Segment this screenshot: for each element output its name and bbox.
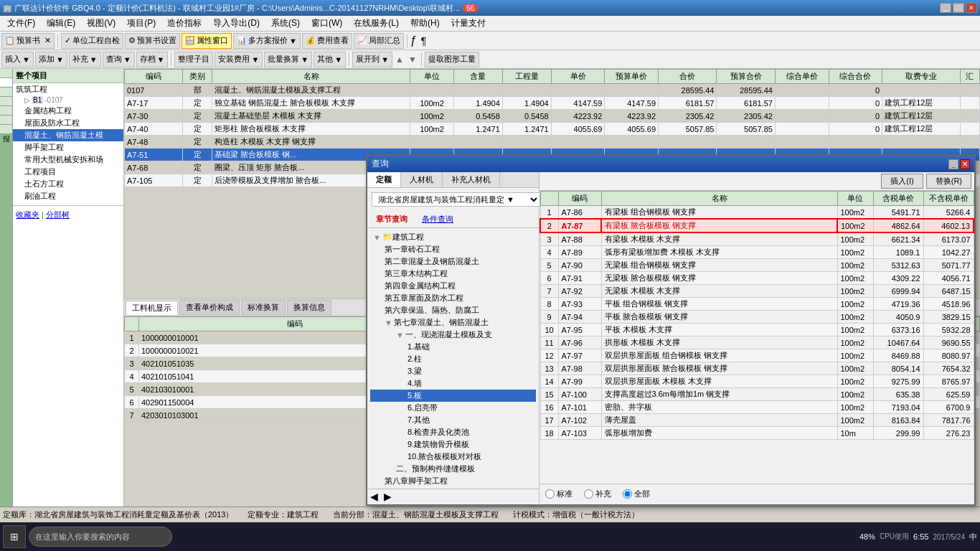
btn-subpart-tree[interactable]: 分部树 [46,210,70,219]
btn-query[interactable]: 查询 ▼ [103,52,135,67]
vtab-report[interactable]: 报表 [0,125,12,134]
cell-name: 圈梁、压顶 矩形 脓合板... [212,161,410,174]
menu-help[interactable]: 帮助(H) [405,16,446,31]
cell-type: 定 [183,110,212,123]
taskbar: ⊞ 在这里输入你要搜索的内容 48% CPU使用 6:55 2017/5/24 … [0,522,980,551]
btn-local-summary[interactable]: 📈 局部汇总 [354,33,404,49]
cell-unit [410,174,453,187]
bcell-type: 材 [451,357,542,370]
tab-unit-price[interactable]: 查看单价构成 [179,300,240,315]
menu-edit[interactable]: 编辑(E) [41,16,81,31]
btn-other[interactable]: 其他 ▼ [314,52,346,67]
project-tree-header: 整个项目 [13,69,123,83]
btn-add[interactable]: 添加 ▼ [35,52,67,67]
main-table-row[interactable]: A7-51 定 基础梁 脓合板模板 钢... [125,149,980,161]
close-budget-icon[interactable]: ✕ [44,36,51,45]
bcell-code: 402901150004 [139,396,452,409]
btn-save[interactable]: 存档 ▼ [136,52,169,67]
tree-item-construction[interactable]: 筑筑工程 [13,83,123,95]
vtab-labor-material[interactable]: 人材机合计 [0,106,12,116]
main-table-row[interactable]: A7-30 定 混凝土基础垫层 木模板 木支撑 100m2 0.5458 0.5… [125,110,980,123]
bottom-table-row[interactable]: 3 402101051035 材 镀锌铁丝12# [125,357,980,370]
bottom-table-row[interactable]: 2 1000000010021 人 技工 [125,344,980,357]
cell-workload: 0.5458 [502,110,551,123]
cell-comp-total [829,174,882,187]
main-table-row[interactable]: A7-105 定 后浇带模板及支撑增加 脓合板... [125,174,980,187]
tree-item-concrete[interactable]: ▷ B1 -0107 [13,95,123,105]
tree-item-project-item[interactable]: 工程项目 [13,166,123,178]
vtab-budget[interactable]: 预算书 [0,78,12,88]
menu-file[interactable]: 文件(F) [1,16,41,31]
bcell-name: 铁钉 [542,383,793,396]
search-bar[interactable]: 在这里输入你要搜索的内容 [29,527,172,547]
cell-price [551,161,605,174]
col-header-code: 编码 [125,70,183,84]
bottom-table-row[interactable]: 1 1000000010001 人 普工 [125,331,980,344]
btn-supplement[interactable]: 补充 ▼ [69,52,101,67]
taskbar-start[interactable]: ⊞ [3,525,26,548]
cell-total [659,174,717,187]
col-header-unit: 单位 [410,70,453,84]
minimize-button[interactable]: _ [940,3,951,13]
btn-multiplan[interactable]: 📊 多方案报价 ▼ [233,33,301,49]
btn-expand[interactable]: 展开到 ▼ [352,52,392,67]
tree-item-formwork[interactable]: 混凝土、钢筋混凝土模 [13,129,123,141]
btn-batch-convert[interactable]: 批量换算 ▼ [264,52,312,67]
maximize-button[interactable]: □ [953,3,964,13]
settings-icon: ⚙ [128,36,136,45]
menu-view[interactable]: 视图(V) [81,16,121,31]
tab-labor-material[interactable]: 工料机显示 [126,301,178,315]
main-table-row[interactable]: A7-48 定 构造柱 木模板 木支撑 钢支撑 [125,136,980,149]
menu-project[interactable]: 项目(P) [121,16,161,31]
tab-standard-convert[interactable]: 标准换算 [241,300,286,315]
menu-online[interactable]: 在线服务(L) [348,16,405,31]
vtab-fee-summary[interactable]: 费用汇总 [0,116,12,125]
btn-property-window[interactable]: 🪟 属性窗口 [182,33,232,49]
bottom-table-row[interactable]: 6 402901150004 材 零星卡具 [125,396,980,409]
btn-unit-check[interactable]: ✓ 单位工程自检 [61,33,123,49]
btn-collect[interactable]: 收藏夹 [16,210,39,219]
cell-workload [502,136,551,149]
main-table-row[interactable]: 0107 部 混凝土、钢筋混凝土模板及支撑工程 28595.44 28595.4… [125,84,980,97]
main-table-row[interactable]: A7-40 定 矩形柱 脓合板模板 木支撑 100m2 1.2471 1.247… [125,123,980,136]
vtab-overview[interactable]: 工程概况 [0,69,12,78]
vtab-measures[interactable]: 措施项目 [0,88,12,97]
paragraph-btn[interactable]: ¶ [421,35,427,47]
close-button[interactable]: ✕ [966,3,977,13]
arrow-up-icon[interactable]: ▲ [395,55,404,65]
btn-insert[interactable]: 插入 ▼ [1,52,34,67]
dropdown-add-icon: ▼ [56,55,64,64]
bcell-no: 6 [125,396,139,409]
main-table-row[interactable]: A7-17 定 独立基础 钢筋混凝土 脓合板模板 木支撑 100m2 1.490… [125,97,980,110]
btn-fee-view[interactable]: 💰 费用查看 [302,33,352,49]
menu-system[interactable]: 系统(S) [265,16,306,31]
bottom-table-row[interactable]: 4 402101051041 材 镀锌铁丝22# [125,370,980,383]
main-table-row[interactable]: A7-68 定 圈梁、压顶 矩形 脓合板... [125,161,980,174]
tree-item-machinery[interactable]: 常用大型机械安拆和场 [13,154,123,166]
bottom-table-row[interactable]: 7 4203010103001 材 模板板枋材 [125,409,980,422]
tree-item-painting[interactable]: 刷油工程 [13,190,123,202]
btn-organize[interactable]: 整理子目 [174,52,213,67]
btn-budget-settings[interactable]: ⚙ 预算书设置 [125,33,180,49]
bcell-name: 模板板枋材 [542,409,793,422]
bottom-table-row[interactable]: 5 402103010001 材 铁钉 [125,383,980,396]
btn-install-fee[interactable]: 安装费用 ▼ [215,52,263,67]
tree-item-scaffold[interactable]: 脚手架工程 [13,141,123,154]
btn-budget-book[interactable]: 📋 预算书 ✕ [1,33,55,49]
formula-btn[interactable]: ƒ [410,34,417,47]
tree-item-earthwork[interactable]: 土石方工程 [13,178,123,190]
cell-comp-total [829,136,882,149]
main-table-container: 编码 类别 名称 单位 含量 工程量 单价 预算单价 合价 预算合价 综合单价 … [124,69,980,298]
tree-item-metal[interactable]: 金属结构工程 [13,105,123,117]
bcell-code: 402103010001 [139,383,452,396]
menu-import-export[interactable]: 导入导出(D) [207,16,265,31]
arrow-down-icon[interactable]: ▼ [408,55,417,65]
tree-item-roof[interactable]: 屋面及防水工程 [13,117,123,129]
menu-window[interactable]: 窗口(W) [306,16,348,31]
menu-measure[interactable]: 计量支付 [446,16,491,31]
vtab-independent[interactable]: 独立费 [0,97,12,106]
bcell-type: 材 [451,383,542,396]
menu-price-index[interactable]: 造价指标 [161,16,207,31]
tab-convert-info[interactable]: 换算信息 [287,300,331,315]
btn-extract-graphic[interactable]: 提取图形工量 [425,52,479,67]
